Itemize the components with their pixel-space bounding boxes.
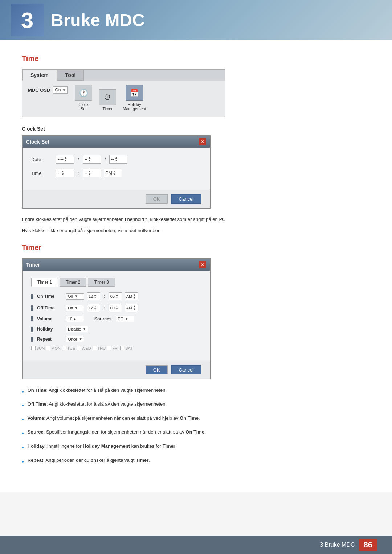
day-mon-checkbox[interactable] [46, 346, 50, 350]
clock-set-ok-button[interactable]: OK [146, 194, 168, 204]
day-fri[interactable]: FRI [107, 346, 119, 350]
timer-tab-2[interactable]: Timer 2 [60, 278, 86, 287]
on-time-value: Off [68, 294, 73, 299]
tool-tab[interactable]: Tool [57, 70, 84, 81]
day-sun[interactable]: SUN [31, 346, 45, 350]
sources-select[interactable]: PC ▼ [116, 316, 134, 322]
bullet-icon-3: • [22, 415, 24, 424]
on-time-min-down[interactable]: ▼ [115, 296, 118, 299]
timer-ok-button[interactable]: OK [146, 365, 168, 374]
day-fri-checkbox[interactable] [107, 346, 111, 350]
on-time-ampm-down[interactable]: ▼ [133, 296, 136, 299]
on-time-hour-spin[interactable]: 12 ▲ ▼ [87, 292, 100, 300]
off-time-label: Off Time [37, 305, 63, 311]
sources-value: PC [118, 317, 123, 321]
timer-dialog-title: Timer [26, 262, 40, 268]
on-time-hour-down[interactable]: ▼ [94, 296, 97, 299]
holiday-value: Disable [68, 327, 81, 331]
clock-set-cancel-button[interactable]: Cancel [171, 194, 201, 204]
main-content: Time System Tool MDC OSD On ▼ 🕐 ClockSet [0, 40, 392, 492]
note-on-time-text: On Time: Angi klokkeslettet for å slå på… [28, 387, 167, 394]
on-time-hour: 12 [89, 294, 93, 299]
day-sun-checkbox[interactable] [31, 346, 36, 350]
on-time-select[interactable]: Off ▼ [66, 293, 84, 300]
off-time-min-down[interactable]: ▼ [115, 308, 118, 311]
clock-set-subsection-title: Clock Set [22, 126, 370, 132]
on-time-min-spin[interactable]: 00 ▲ ▼ [109, 292, 122, 300]
day-wed-checkbox[interactable] [77, 346, 81, 350]
holiday-icon-item[interactable]: 📅 HolidayManagement [123, 85, 146, 111]
repeat-indicator [31, 337, 33, 342]
off-time-hour-arrows: ▲ ▼ [94, 305, 97, 311]
date-month-down-arrow[interactable]: ▼ [88, 159, 91, 162]
date-year-down-arrow[interactable]: ▼ [64, 159, 67, 162]
time-sep: : [78, 171, 79, 176]
off-time-min-arrows: ▲ ▼ [115, 305, 118, 311]
day-sat[interactable]: SAT [120, 346, 133, 350]
volume-indicator [31, 316, 33, 321]
clock-set-icon-item[interactable]: 🕐 ClockSet [75, 85, 92, 111]
clock-set-desc-2: Hvis klokken ikke er angitt på skjermenh… [22, 227, 370, 235]
off-time-ampm-down[interactable]: ▼ [133, 308, 136, 311]
timer-cancel-button[interactable]: Cancel [171, 365, 201, 374]
on-time-row: On Time Off ▼ 12 ▲ ▼ : 00 ▲ [31, 292, 201, 300]
timer-close-button[interactable]: ✕ [199, 261, 206, 268]
date-month-arrows: ▲ ▼ [88, 156, 91, 162]
on-time-hour-arrows: ▲ ▼ [94, 294, 97, 299]
sources-dropdown-icon: ▼ [125, 317, 128, 321]
time-hour-down-arrow[interactable]: ▼ [61, 173, 64, 176]
day-wed-label: WED [82, 346, 91, 350]
time-ampm-input[interactable]: PM ▲ ▼ [104, 169, 122, 177]
time-hour-arrows: ▲ ▼ [61, 170, 64, 176]
note-source: • Source: Spesifiser inngangskilden for … [22, 428, 370, 438]
time-min-down-arrow[interactable]: ▼ [88, 173, 91, 176]
clock-set-dialog-footer: OK Cancel [23, 190, 210, 208]
page-footer: 3 Bruke MDC 86 [0, 536, 392, 554]
holiday-select[interactable]: Disable ▼ [66, 326, 88, 332]
day-tue-checkbox[interactable] [62, 346, 66, 350]
date-day-input[interactable]: -- ▲ ▼ [109, 155, 127, 164]
note-on-time: • On Time: Angi klokkeslettet for å slå … [22, 387, 370, 397]
off-time-hour-down[interactable]: ▼ [94, 308, 97, 311]
system-panel: System Tool MDC OSD On ▼ 🕐 ClockSet ⏱ Ti… [22, 69, 225, 117]
timer-icon-item[interactable]: ⏱ Timer [99, 89, 116, 111]
clock-set-icon: 🕐 [75, 85, 92, 101]
holiday-dropdown-icon: ▼ [83, 327, 86, 331]
page-number: 86 [359, 539, 377, 551]
time-ampm-value: PM [106, 171, 112, 176]
mdc-osd-select[interactable]: On ▼ [53, 86, 68, 94]
repeat-select[interactable]: Once ▼ [66, 336, 84, 342]
day-thu[interactable]: THU [93, 346, 106, 350]
off-time-select[interactable]: Off ▼ [66, 305, 84, 311]
repeat-label: Repeat [37, 337, 63, 342]
clock-set-close-button[interactable]: ✕ [199, 138, 206, 145]
time-hour-input[interactable]: -- ▲ ▼ [56, 169, 74, 177]
date-year-input[interactable]: ---- ▲ ▼ [56, 155, 74, 164]
notes-section: • On Time: Angi klokkeslettet for å slå … [22, 387, 370, 467]
date-month-input[interactable]: -- ▲ ▼ [83, 155, 101, 164]
clock-set-dialog-body: Date ---- ▲ ▼ / -- ▲ ▼ / [23, 148, 210, 190]
repeat-row: Repeat Once ▼ [31, 336, 201, 342]
day-thu-checkbox[interactable] [93, 346, 97, 350]
timer-tab-1[interactable]: Timer 1 [31, 278, 58, 287]
time-ampm-down-arrow[interactable]: ▼ [113, 173, 116, 176]
date-month-value: -- [85, 157, 87, 162]
timer-tab-3[interactable]: Timer 3 [88, 278, 115, 287]
volume-select[interactable]: 10 ▶ [66, 316, 84, 322]
day-wed[interactable]: WED [77, 346, 91, 350]
header-banner: 3 Bruke MDC [0, 0, 392, 40]
days-row: SUN MON TUE WED THU [31, 346, 201, 350]
day-sat-checkbox[interactable] [120, 346, 124, 350]
date-day-down-arrow[interactable]: ▼ [115, 159, 118, 162]
on-time-ampm-spin[interactable]: AM ▲ ▼ [125, 292, 138, 300]
holiday-row: Holiday Disable ▼ [31, 326, 201, 332]
off-time-ampm-spin[interactable]: AM ▲ ▼ [125, 304, 138, 312]
time-minute-input[interactable]: -- ▲ ▼ [83, 169, 101, 177]
off-time-hour-spin[interactable]: 12 ▲ ▼ [87, 304, 100, 312]
off-time-min-spin[interactable]: 00 ▲ ▼ [109, 304, 122, 312]
date-day-value: -- [111, 157, 114, 162]
system-tab[interactable]: System [22, 70, 57, 81]
day-tue[interactable]: TUE [62, 346, 75, 350]
day-mon[interactable]: MON [46, 346, 61, 350]
repeat-dropdown-icon: ▼ [79, 337, 82, 341]
